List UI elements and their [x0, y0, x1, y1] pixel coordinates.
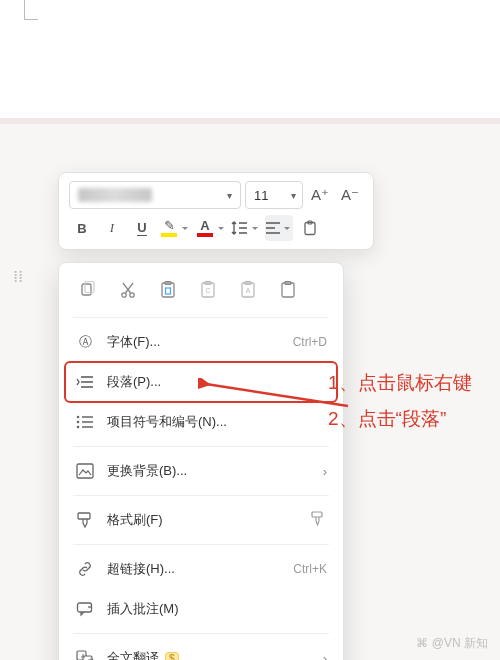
mini-toolbar: ▾ 11 ▾ A⁺ A⁻ B I U ✎ A: [58, 172, 374, 250]
svg-text:C: C: [205, 287, 210, 294]
align-icon: [265, 221, 281, 235]
svg-point-19: [77, 426, 80, 429]
premium-badge: $: [165, 652, 179, 660]
svg-rect-6: [162, 283, 174, 297]
svg-point-4: [122, 293, 126, 297]
document-page-fragment: [0, 0, 500, 120]
watermark: ⌘ @VN 新知: [416, 635, 488, 652]
underline-button[interactable]: U: [129, 215, 155, 241]
annotation-text-2: 2、点击“段落”: [328, 406, 446, 432]
font-name-blurred: [78, 188, 152, 202]
menu-separator: [73, 633, 329, 634]
font-family-select[interactable]: ▾: [69, 181, 241, 209]
bold-button[interactable]: B: [69, 215, 95, 241]
copy-icon: [78, 280, 98, 300]
svg-rect-22: [312, 512, 322, 517]
svg-rect-15: [282, 283, 294, 297]
paste-c-icon: C: [198, 280, 218, 300]
svg-text:A: A: [81, 653, 85, 659]
menu-item-format-painter[interactable]: 格式刷(F): [65, 500, 337, 540]
svg-rect-8: [166, 288, 171, 294]
svg-rect-20: [77, 464, 93, 478]
paste-icon: [158, 280, 178, 300]
page-corner-mark: [24, 0, 38, 20]
paste-special-button[interactable]: C: [191, 275, 225, 305]
chevron-right-icon: ›: [323, 464, 327, 479]
clipboard-row: C A: [65, 273, 337, 313]
clipboard-icon: [302, 220, 318, 236]
svg-rect-21: [78, 513, 90, 519]
menu-item-comment[interactable]: 插入批注(M): [65, 589, 337, 629]
font-color-button[interactable]: A: [195, 215, 227, 241]
svg-point-5: [130, 293, 134, 297]
cut-button[interactable]: [111, 275, 145, 305]
highlight-color-button[interactable]: ✎: [159, 215, 191, 241]
font-size-select[interactable]: 11 ▾: [245, 181, 303, 209]
image-icon: [75, 463, 95, 479]
menu-item-paragraph[interactable]: 段落(P)...: [65, 362, 337, 402]
menu-item-background[interactable]: 更换背景(B)... ›: [65, 451, 337, 491]
line-spacing-button[interactable]: [231, 215, 261, 241]
paragraph-icon: [75, 375, 95, 389]
svg-rect-3: [85, 282, 94, 293]
brush-icon: [75, 512, 95, 528]
menu-item-hyperlink[interactable]: 超链接(H)... Ctrl+K: [65, 549, 337, 589]
paste-keep-button[interactable]: [271, 275, 305, 305]
link-icon: [75, 561, 95, 577]
menu-separator: [73, 495, 329, 496]
menu-item-bullets[interactable]: 项目符号和编号(N)...: [65, 402, 337, 442]
svg-point-17: [77, 416, 80, 419]
comment-icon: [75, 601, 95, 617]
format-painter-pin-icon[interactable]: [309, 511, 327, 530]
copy-button[interactable]: [71, 275, 105, 305]
paste-a-icon: A: [238, 280, 258, 300]
paste-button[interactable]: [151, 275, 185, 305]
svg-text:A: A: [246, 287, 251, 294]
scissors-icon: [118, 280, 138, 300]
menu-item-translate[interactable]: A文 全文翻译$ ›: [65, 638, 337, 660]
chevron-right-icon: ›: [323, 651, 327, 661]
paste-text-button[interactable]: A: [231, 275, 265, 305]
annotation-text-1: 1、点击鼠标右键: [328, 370, 472, 396]
clipboard-button[interactable]: [297, 215, 323, 241]
menu-separator: [73, 544, 329, 545]
menu-separator: [73, 446, 329, 447]
context-menu: C A Ⓐ 字体(F)... Ctrl+D 段落(P)... 项目符号和编号(N…: [58, 262, 344, 660]
font-size-value: 11: [254, 188, 268, 203]
chevron-down-icon: ▾: [291, 190, 296, 201]
decrease-font-button[interactable]: A⁻: [337, 182, 363, 208]
menu-separator: [73, 317, 329, 318]
font-icon: Ⓐ: [75, 333, 95, 351]
svg-point-18: [77, 421, 80, 424]
list-icon: [75, 415, 95, 429]
increase-font-button[interactable]: A⁺: [307, 182, 333, 208]
svg-rect-2: [82, 284, 91, 295]
translate-icon: A文: [75, 650, 95, 660]
line-spacing-icon: [231, 220, 249, 236]
chevron-down-icon: ▾: [227, 190, 232, 201]
menu-item-font[interactable]: Ⓐ 字体(F)... Ctrl+D: [65, 322, 337, 362]
translate-label: 全文翻译: [107, 650, 159, 660]
drag-handle-icon[interactable]: ፡፡፡፡: [14, 270, 24, 282]
highlight-icon: ✎: [159, 219, 179, 237]
italic-button[interactable]: I: [99, 215, 125, 241]
paste-plain-icon: [278, 280, 298, 300]
font-color-icon: A: [195, 219, 215, 237]
align-button[interactable]: [265, 215, 293, 241]
